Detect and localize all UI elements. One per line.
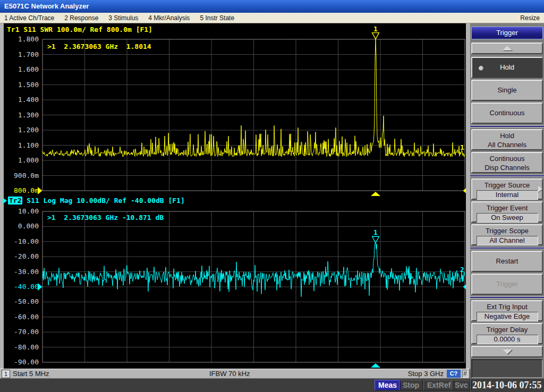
softkey-label: Single bbox=[472, 81, 542, 100]
y-axis-label: -20.00 bbox=[0, 252, 39, 260]
softkey-ext-trig-input[interactable]: Ext Trig InputNegative Edge bbox=[471, 300, 543, 321]
channel-number-badge: 1 bbox=[2, 370, 10, 378]
y-axis-label: -10.00 bbox=[0, 237, 39, 245]
menu-items: 1 Active Ch/Trace2 Response3 Stimulus4 M… bbox=[4, 14, 234, 22]
y-axis-label: 800.0m bbox=[0, 186, 39, 194]
instrument-screen: E5071C Network Analyzer 1 Active Ch/Trac… bbox=[0, 0, 544, 392]
y-axis-label: 1.700 bbox=[0, 50, 39, 58]
y-axis-label: -70.00 bbox=[0, 328, 39, 336]
active-trace-arrow-icon bbox=[3, 198, 7, 204]
softkey-menu: Trigger HoldSingleContinuousHoldAll Chan… bbox=[470, 23, 544, 378]
softkey-trigger-source[interactable]: Trigger SourceInternal bbox=[471, 178, 543, 200]
menu-item-5[interactable]: 5 Instr State bbox=[200, 14, 234, 22]
y-axis-label: -30.00 bbox=[0, 268, 39, 276]
sweep-indicator-badge: # bbox=[462, 370, 468, 378]
arrow-up-icon bbox=[503, 46, 512, 50]
taskbar: MeasStopExtRefSvc 2014-10-06 07:55 bbox=[0, 378, 544, 392]
softkey-trigger-scope[interactable]: Trigger ScopeAll Channel bbox=[471, 224, 543, 245]
softkey-label: Restart bbox=[472, 252, 542, 271]
trace1-marker-readout: >1 2.3673063 GHz 1.8014 bbox=[47, 42, 151, 50]
menu-item-4[interactable]: 4 Mkr/Analysis bbox=[148, 14, 190, 22]
softkey-value: Negative Edge bbox=[477, 312, 538, 321]
softkey-bottom-panel bbox=[471, 359, 543, 378]
y-axis-label: 1.800 bbox=[0, 35, 39, 43]
y-axis-label: 1.200 bbox=[0, 126, 39, 134]
window-titlebar: E5071C Network Analyzer bbox=[0, 0, 544, 13]
trace2-badge: Tr2 bbox=[8, 197, 22, 204]
y-axis-label: 0.000 bbox=[0, 222, 39, 230]
start-frequency[interactable]: Start 5 MHz bbox=[13, 369, 49, 378]
y-axis-label: 1.300 bbox=[0, 111, 39, 119]
y-axis-label: 10.00 bbox=[0, 207, 39, 215]
trace2-marker-readout: >1 2.3673063 GHz -10.871 dB bbox=[47, 214, 164, 221]
pane-divider bbox=[466, 23, 470, 369]
y-axis-label: 1.500 bbox=[0, 81, 39, 89]
trace1-header[interactable]: Tr1 S11 SWR 100.0m/ Ref 800.0m [F1] bbox=[7, 25, 152, 33]
softkey-trigger-delay[interactable]: Trigger Delay0.0000 s bbox=[471, 323, 543, 344]
softkey-continuous[interactable]: Continuous bbox=[471, 103, 543, 124]
y-axis-label: 1.400 bbox=[0, 96, 39, 104]
taskbar-indicator-stop: Stop bbox=[399, 380, 423, 390]
softkey-value: On Sweep bbox=[477, 213, 538, 223]
softkey-label: Trigger Scope bbox=[472, 225, 542, 235]
softkey-single[interactable]: Single bbox=[471, 80, 543, 101]
softkey-value: All Channel bbox=[477, 236, 538, 245]
taskbar-indicator-extref: ExtRef bbox=[423, 380, 454, 390]
softkey-divider bbox=[470, 247, 544, 249]
correction-badge: C? bbox=[447, 370, 461, 378]
softkey-label: Trigger Event bbox=[472, 202, 542, 212]
softkey-value: Internal bbox=[477, 190, 538, 200]
softkey-trigger-event[interactable]: Trigger EventOn Sweep bbox=[471, 201, 543, 223]
softkey-label: Continuous bbox=[472, 153, 542, 163]
arrow-down-icon bbox=[503, 350, 512, 354]
menubar: 1 Active Ch/Trace2 Response3 Stimulus4 M… bbox=[0, 13, 544, 23]
y-axis-label: 1.100 bbox=[0, 141, 39, 149]
y-axis-label: -90.00 bbox=[0, 358, 39, 366]
softkey-label: Disp Channels bbox=[472, 163, 542, 172]
softkey-label: Trigger Source bbox=[472, 180, 542, 190]
trace2-header-text: S11 Log Mag 10.00dB/ Ref -40.00dB [F1] bbox=[22, 197, 184, 204]
softkey-restart[interactable]: Restart bbox=[471, 251, 543, 272]
y-axis-label: -40.00 bbox=[0, 283, 39, 291]
ifbw-value[interactable]: IFBW 70 kHz bbox=[209, 369, 250, 378]
menu-item-1[interactable]: 1 Active Ch/Trace bbox=[4, 14, 54, 22]
taskbar-indicator-svc: Svc bbox=[451, 380, 472, 390]
status-bar: 1 Start 5 MHz IFBW 70 kHz Stop 3 GHz C? … bbox=[0, 369, 470, 378]
y-axis-label: 1.600 bbox=[0, 65, 39, 73]
menu-item-2[interactable]: 2 Response bbox=[64, 14, 98, 22]
softkey-hold[interactable]: Hold bbox=[471, 57, 543, 78]
clock: 2014-10-06 07:55 bbox=[470, 379, 544, 392]
softkey-menu-title: Trigger bbox=[471, 27, 543, 39]
stop-frequency[interactable]: Stop 3 GHz bbox=[408, 369, 444, 378]
softkey-trigger[interactable]: Trigger bbox=[471, 274, 543, 295]
y-axis-label: 900.0m bbox=[0, 172, 39, 180]
menu-item-resize[interactable]: Resize bbox=[520, 14, 540, 22]
menu-item-3[interactable]: 3 Stimulus bbox=[108, 14, 138, 22]
softkey-label: Continuous bbox=[472, 104, 542, 123]
y-axis-label: -50.00 bbox=[0, 297, 39, 305]
softkey-scroll-up[interactable] bbox=[471, 42, 543, 54]
softkey-label: Trigger bbox=[472, 275, 542, 294]
softkey-continuous-disp-channels[interactable]: ContinuousDisp Channels bbox=[471, 152, 543, 173]
softkey-divider bbox=[470, 296, 544, 299]
submenu-arrow-icon bbox=[538, 186, 542, 192]
y-axis-label: -80.00 bbox=[0, 343, 39, 351]
softkey-label: Hold bbox=[472, 130, 542, 140]
trace2-header[interactable]: Tr2 S11 Log Mag 10.00dB/ Ref -40.00dB [F… bbox=[3, 197, 185, 204]
softkey-scroll-down[interactable] bbox=[471, 346, 543, 357]
softkey-divider bbox=[470, 175, 544, 177]
softkey-divider bbox=[470, 125, 544, 127]
softkey-label: Ext Trig Input bbox=[472, 301, 542, 311]
y-axis-label: 1.000 bbox=[0, 156, 39, 164]
softkey-hold-all-channels[interactable]: HoldAll Channels bbox=[471, 129, 543, 150]
softkey-label: Trigger Delay bbox=[472, 324, 542, 334]
softkey-value: 0.0000 s bbox=[477, 335, 538, 344]
window-title: E5071C Network Analyzer bbox=[4, 2, 89, 10]
y-axis-label: -60.00 bbox=[0, 313, 39, 321]
selected-radio-icon bbox=[478, 65, 484, 71]
softkey-label: All Channels bbox=[472, 140, 542, 149]
taskbar-indicator-meas: Meas bbox=[375, 380, 401, 390]
